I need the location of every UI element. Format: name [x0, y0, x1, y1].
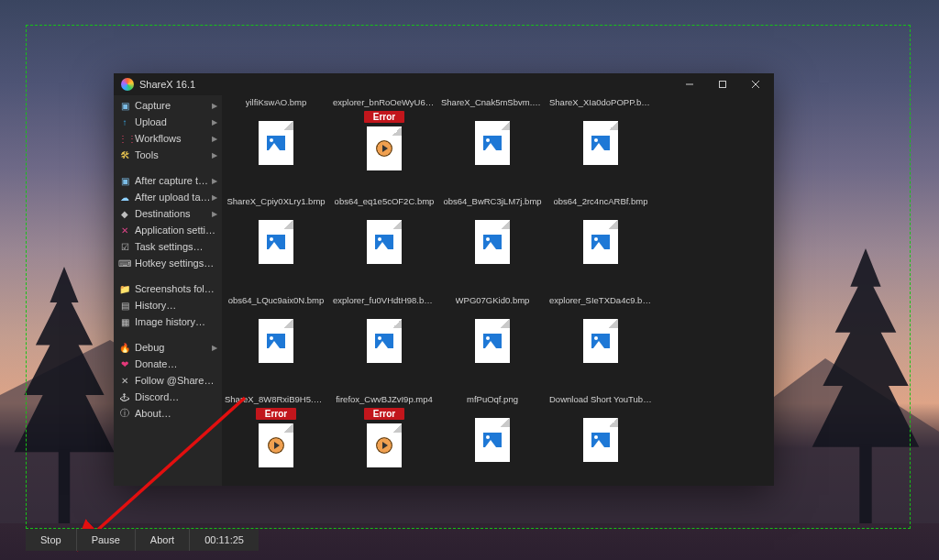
- menu-icon: 🛠: [118, 150, 131, 160]
- gallery-item[interactable]: ShareX_XIa0doPOPP.bmp: [547, 95, 655, 194]
- gallery-item[interactable]: obs64_2rc4ncARBf.bmp: [547, 194, 655, 293]
- sidebar-item[interactable]: ◆Destinations▶: [114, 205, 222, 222]
- titlebar[interactable]: ShareX 16.1: [114, 73, 774, 95]
- maximize-button[interactable]: [706, 73, 739, 95]
- gallery-item[interactable]: explorer_fu0VHdtH98.bmp: [330, 293, 438, 392]
- submenu-arrow-icon: ▶: [212, 177, 217, 185]
- submenu-arrow-icon: ▶: [212, 210, 217, 218]
- sidebar: ▣Capture▶↑Upload▶⋮⋮Workflows▶🛠Tools▶▣Aft…: [114, 95, 222, 486]
- gallery-item[interactable]: yilfiKswAO.bmp: [222, 95, 330, 194]
- menu-label: Follow @ShareX…: [135, 375, 217, 386]
- file-name: explorer_bnRoOeWyU6.mp4: [333, 95, 436, 110]
- menu-icon: ✕: [118, 225, 131, 236]
- sidebar-item[interactable]: ⋮⋮Workflows▶: [114, 130, 222, 147]
- menu-label: History…: [135, 300, 217, 311]
- abort-button[interactable]: Abort: [136, 529, 190, 551]
- menu-icon: ☁: [118, 192, 131, 203]
- sidebar-item[interactable]: 🕹Discord…: [114, 389, 222, 405]
- menu-icon: ✕: [118, 376, 131, 386]
- svg-rect-1: [859, 444, 871, 523]
- file-name: explorer_fu0VHdtH98.bmp: [333, 293, 436, 308]
- sidebar-item[interactable]: ▦Image history…: [114, 313, 222, 330]
- sidebar-item[interactable]: 🛠Tools▶: [114, 147, 222, 163]
- error-badge: Error: [364, 111, 404, 123]
- menu-label: Upload: [135, 116, 212, 127]
- submenu-arrow-icon: ▶: [212, 135, 217, 143]
- menu-icon: ▦: [118, 317, 131, 327]
- menu-label: Discord…: [135, 391, 217, 402]
- image-file-icon: [367, 319, 402, 363]
- sharex-logo-icon: [121, 78, 134, 91]
- recording-timer: 00:11:25: [190, 529, 259, 551]
- file-name: ShareX_8W8RxiB9H5.mp4: [225, 392, 327, 407]
- sidebar-item[interactable]: 🔥Debug▶: [114, 339, 222, 356]
- file-name: obs64_BwRC3jLM7j.bmp: [443, 194, 541, 209]
- file-name: obs64_eq1e5cOF2C.bmp: [335, 194, 435, 209]
- menu-icon: 🔥: [118, 343, 131, 353]
- gallery-item[interactable]: mfPuOqf.png: [438, 392, 547, 486]
- close-button[interactable]: [739, 73, 772, 95]
- file-name: ShareX_Cnak5mSbvm.bmp: [441, 95, 544, 110]
- menu-label: Debug: [135, 342, 212, 353]
- sidebar-item[interactable]: ⌨Hotkey settings…: [114, 255, 222, 271]
- recording-control-bar: Stop Pause Abort 00:11:25: [26, 529, 259, 551]
- image-file-icon: [259, 220, 293, 264]
- image-file-icon: [583, 319, 618, 363]
- video-file-icon: [367, 423, 402, 467]
- gallery-item[interactable]: explorer_SIeTXDa4c9.bmp: [547, 293, 655, 392]
- gallery-item[interactable]: ShareX_8W8RxiB9H5.mp4Error: [222, 392, 330, 486]
- file-name: ShareX_Cpiy0XLry1.bmp: [226, 194, 325, 209]
- menu-icon: 📁: [118, 284, 131, 294]
- file-name: obs64_2rc4ncARBf.bmp: [554, 194, 648, 209]
- image-file-icon: [475, 418, 510, 462]
- video-file-icon: [367, 126, 402, 170]
- file-name: yilfiKswAO.bmp: [246, 95, 307, 110]
- file-name: mfPuOqf.png: [467, 392, 518, 407]
- sidebar-item[interactable]: ☑Task settings…: [114, 238, 222, 255]
- sidebar-item[interactable]: 📁Screenshots folder…: [114, 280, 222, 297]
- menu-label: Tools: [135, 149, 212, 160]
- sidebar-item[interactable]: ▤History…: [114, 297, 222, 313]
- image-file-icon: [475, 220, 510, 264]
- stop-button[interactable]: Stop: [26, 529, 77, 551]
- error-badge: Error: [256, 408, 296, 420]
- menu-label: Destinations: [135, 208, 212, 219]
- sidebar-item[interactable]: ✕Follow @ShareX…: [114, 372, 222, 389]
- pause-button[interactable]: Pause: [77, 529, 136, 551]
- sidebar-item[interactable]: ❤Donate…: [114, 356, 222, 372]
- menu-icon: ▤: [118, 301, 131, 311]
- sidebar-item[interactable]: ✕Application settings…: [114, 222, 222, 238]
- error-badge: Error: [364, 408, 404, 420]
- gallery-item[interactable]: explorer_bnRoOeWyU6.mp4Error: [330, 95, 438, 194]
- sidebar-item[interactable]: ▣Capture▶: [114, 97, 222, 114]
- file-name: obs64_LQuc9aix0N.bmp: [228, 293, 325, 308]
- menu-icon: ❤: [118, 359, 131, 369]
- gallery-item[interactable]: obs64_BwRC3jLM7j.bmp: [438, 194, 547, 293]
- gallery-item[interactable]: Download Short YouTube …: [547, 392, 655, 486]
- file-name: firefox_CwvBJZvI9p.mp4: [336, 392, 433, 407]
- sidebar-item[interactable]: ⓘAbout…: [114, 405, 222, 422]
- file-name: Download Short YouTube …: [549, 392, 652, 407]
- image-file-icon: [475, 319, 510, 363]
- gallery-item[interactable]: obs64_LQuc9aix0N.bmp: [222, 293, 330, 392]
- window-title: ShareX 16.1: [139, 79, 195, 90]
- submenu-arrow-icon: ▶: [212, 344, 217, 352]
- image-file-icon: [367, 220, 402, 264]
- gallery-item[interactable]: ShareX_Cnak5mSbvm.bmp: [438, 95, 547, 194]
- gallery-item[interactable]: WPG07GKid0.bmp: [438, 293, 547, 392]
- menu-icon: ⓘ: [118, 407, 131, 420]
- gallery-item[interactable]: ShareX_Cpiy0XLry1.bmp: [222, 194, 330, 293]
- gallery-item[interactable]: obs64_eq1e5cOF2C.bmp: [330, 194, 438, 293]
- submenu-arrow-icon: ▶: [212, 193, 217, 202]
- file-name: WPG07GKid0.bmp: [456, 293, 530, 308]
- gallery-item[interactable]: firefox_CwvBJZvI9p.mp4Error: [330, 392, 438, 486]
- sidebar-item[interactable]: ↑Upload▶: [114, 114, 222, 130]
- menu-icon: ↑: [118, 117, 131, 127]
- image-file-icon: [475, 121, 510, 165]
- menu-label: After upload tasks: [135, 192, 212, 203]
- sidebar-item[interactable]: ▣After capture tasks▶: [114, 172, 222, 189]
- image-file-icon: [583, 418, 618, 462]
- minimize-button[interactable]: [673, 73, 706, 95]
- menu-icon: 🕹: [118, 392, 131, 402]
- sidebar-item[interactable]: ☁After upload tasks▶: [114, 189, 222, 205]
